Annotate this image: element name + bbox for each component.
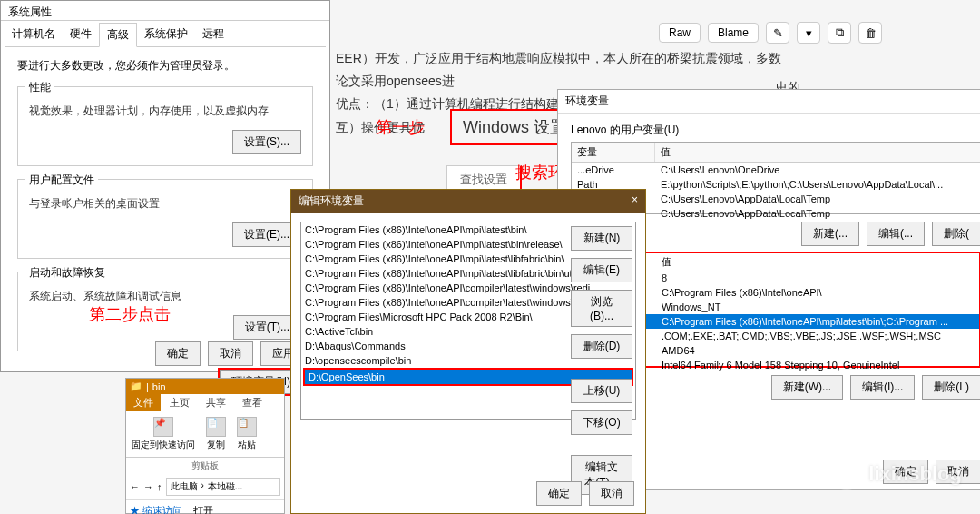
up-icon[interactable]: ↑ bbox=[157, 481, 162, 492]
forward-icon[interactable]: → bbox=[143, 481, 153, 492]
new-button[interactable]: 新建(N) bbox=[571, 226, 632, 251]
edit-button[interactable]: 编辑(E) bbox=[571, 258, 632, 282]
clipboard-section: 剪贴板 bbox=[126, 458, 284, 474]
cancel-button[interactable]: 取消 bbox=[589, 481, 634, 506]
copy-tool[interactable]: 📄 复制 bbox=[206, 417, 226, 451]
breadcrumb[interactable]: 此电脑› 本地磁... bbox=[166, 478, 281, 496]
caret-icon[interactable]: ▾ bbox=[797, 22, 820, 44]
back-icon[interactable]: ← bbox=[130, 481, 140, 492]
svg-point-1 bbox=[846, 471, 854, 479]
file-explorer: 📁 | bin 文件 主页 共享 查看 📌 固定到快速访问 📄 复制 📋 粘贴 … bbox=[125, 378, 285, 514]
wechat-watermark: lixinsblog bbox=[830, 458, 962, 490]
sys-new-button[interactable]: 新建(W)... bbox=[771, 375, 843, 400]
pin-tool[interactable]: 📌 固定到快速访问 bbox=[132, 417, 195, 451]
ok-button[interactable]: 确定 bbox=[155, 341, 201, 366]
user-edit-button[interactable]: 编辑(... bbox=[867, 222, 925, 246]
tab-protection[interactable]: 系统保护 bbox=[137, 23, 195, 46]
moveup-button[interactable]: 上移(U) bbox=[571, 379, 632, 403]
explorer-title: bin bbox=[152, 381, 166, 392]
movedown-button[interactable]: 下移(O) bbox=[571, 410, 632, 435]
tab-home[interactable]: 主页 bbox=[162, 394, 197, 411]
user-vars-label: Lenovo 的用户变量(U) bbox=[571, 123, 980, 138]
performance-fieldset: 性能 视觉效果，处理器计划，内存使用，以及虚拟内存 设置(S)... bbox=[17, 86, 313, 166]
edit-env-dialog: 编辑环境变量 × C:\Program Files (x86)\Intel\on… bbox=[290, 189, 646, 514]
delete-button[interactable]: 删除(D) bbox=[571, 334, 632, 359]
sys-del-button[interactable]: 删除(L) bbox=[922, 375, 980, 400]
browse-button[interactable]: 浏览(B)... bbox=[571, 290, 632, 327]
tab-share[interactable]: 共享 bbox=[199, 394, 233, 411]
admin-note: 要进行大多数更改，您必须作为管理员登录。 bbox=[17, 58, 313, 74]
tab-advanced[interactable]: 高级 bbox=[99, 23, 137, 47]
perf-settings-button[interactable]: 设置(S)... bbox=[232, 130, 301, 154]
open-label: 打开 bbox=[193, 504, 213, 514]
pin-icon: 📌 bbox=[153, 417, 173, 437]
wechat-icon bbox=[830, 458, 863, 490]
env-dialog-title: 环境变量 bbox=[565, 94, 609, 109]
annotation-step2: 第二步点击 bbox=[89, 303, 171, 325]
cancel-button[interactable]: 取消 bbox=[208, 341, 253, 366]
paste-tool[interactable]: 📋 粘贴 bbox=[237, 417, 257, 451]
tab-hardware[interactable]: 硬件 bbox=[63, 23, 99, 46]
folder-icon: 📁 bbox=[130, 381, 142, 392]
pencil-icon[interactable]: ✎ bbox=[766, 22, 789, 44]
quick-access[interactable]: ★ 缩速访问 bbox=[130, 504, 182, 514]
annotation-step1: 第一步 bbox=[376, 116, 425, 138]
copy-icon: 📄 bbox=[206, 417, 226, 437]
copy-icon[interactable]: ⧉ bbox=[828, 22, 851, 44]
profile-fieldset: 用户配置文件 与登录帐户相关的桌面设置 设置(E)... bbox=[17, 179, 313, 259]
trash-icon[interactable]: 🗑 bbox=[858, 22, 882, 44]
raw-button[interactable]: Raw bbox=[659, 23, 701, 43]
paste-icon: 📋 bbox=[237, 417, 257, 437]
sys-edit-button[interactable]: 编辑(I)... bbox=[850, 375, 915, 400]
close-icon[interactable]: × bbox=[632, 193, 638, 209]
user-del-button[interactable]: 删除( bbox=[932, 222, 980, 246]
edit-env-title: 编辑环境变量 bbox=[299, 193, 364, 209]
tabs: 计算机名 硬件 高级 系统保护 远程 bbox=[5, 23, 326, 47]
blame-button[interactable]: Blame bbox=[708, 23, 759, 43]
ok-button[interactable]: 确定 bbox=[536, 481, 582, 506]
tab-remote[interactable]: 远程 bbox=[195, 23, 231, 46]
tab-computer-name[interactable]: 计算机名 bbox=[5, 23, 63, 46]
tab-view[interactable]: 查看 bbox=[235, 394, 270, 411]
user-new-button[interactable]: 新建(... bbox=[801, 222, 859, 246]
tab-file[interactable]: 文件 bbox=[126, 394, 161, 411]
dialog-title: 系统属性 bbox=[1, 1, 329, 21]
github-toolbar: Raw Blame ✎ ▾ ⧉ 🗑 bbox=[659, 22, 882, 44]
